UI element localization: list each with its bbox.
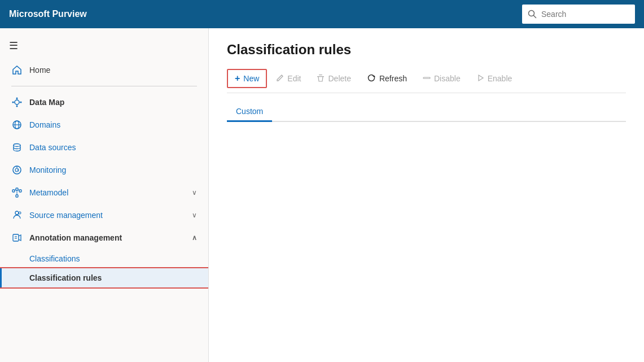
sidebar-item-metamodel-label: Metamodel [29, 188, 68, 197]
sidebar-item-home[interactable]: Home [0, 59, 208, 81]
main-layout: ☰ Home [0, 28, 644, 362]
disable-button[interactable]: Disable [416, 71, 467, 87]
edit-button[interactable]: Edit [269, 71, 308, 87]
enable-icon [476, 74, 484, 84]
refresh-icon [367, 73, 376, 84]
source-management-chevron-icon: ∨ [192, 211, 197, 219]
svg-marker-35 [479, 75, 483, 81]
annotation-management-icon [11, 232, 23, 243]
sidebar-item-source-management-label: Source management [29, 211, 103, 220]
home-icon [11, 64, 23, 76]
tabs: Custom [227, 102, 626, 122]
sidebar-item-metamodel[interactable]: Metamodel ∨ [0, 181, 208, 204]
metamodel-icon [11, 187, 23, 198]
svg-point-3 [16, 98, 18, 99]
edit-icon [276, 74, 284, 84]
data-map-icon [11, 97, 23, 108]
sidebar-item-domains-label: Domains [29, 120, 60, 129]
sidebar-item-classifications[interactable]: Classifications [0, 249, 208, 268]
toolbar: + New Edit [227, 69, 626, 93]
page-title: Classification rules [227, 42, 626, 58]
svg-rect-31 [317, 76, 324, 77]
svg-point-4 [16, 106, 18, 107]
search-icon [528, 10, 537, 19]
svg-point-14 [14, 144, 20, 147]
delete-icon [317, 74, 325, 84]
monitoring-icon [11, 164, 23, 176]
sidebar-item-annotation-management-label: Annotation management [29, 233, 122, 242]
sidebar-item-domains[interactable]: Domains [0, 114, 208, 136]
content-inner: Classification rules + New Edit [209, 28, 644, 362]
new-button[interactable]: + New [227, 69, 267, 88]
svg-rect-34 [423, 77, 430, 78]
sidebar-item-data-sources[interactable]: Data sources [0, 136, 208, 159]
data-sources-icon [11, 142, 23, 153]
app-title: Microsoft Purview [9, 9, 522, 19]
search-input[interactable] [541, 10, 629, 19]
svg-rect-22 [16, 195, 18, 197]
disable-icon [423, 74, 431, 84]
sidebar-item-data-map[interactable]: Data Map [0, 91, 208, 114]
svg-point-6 [20, 102, 22, 103]
svg-rect-32 [319, 75, 322, 75]
sidebar-item-monitoring[interactable]: Monitoring [0, 159, 208, 181]
sidebar-divider [11, 86, 197, 86]
sidebar-item-source-management[interactable]: Source management ∨ [0, 204, 208, 226]
svg-point-5 [12, 102, 14, 103]
sidebar-item-annotation-management[interactable]: Annotation management ∧ [0, 226, 208, 249]
annotation-management-chevron-icon: ∧ [192, 234, 197, 242]
search-box[interactable] [522, 5, 635, 24]
topbar: Microsoft Purview [0, 0, 644, 28]
hamburger-button[interactable]: ☰ [0, 33, 208, 59]
svg-point-26 [15, 211, 19, 215]
svg-rect-21 [19, 190, 21, 192]
sidebar-item-classification-rules-label: Classification rules [29, 273, 102, 282]
svg-rect-20 [16, 188, 18, 190]
metamodel-chevron-icon: ∨ [192, 189, 197, 197]
delete-button[interactable]: Delete [310, 71, 357, 87]
domains-icon [11, 119, 23, 130]
plus-icon: + [235, 73, 240, 84]
svg-line-1 [534, 16, 536, 18]
sidebar-item-classifications-label: Classifications [29, 254, 80, 263]
sidebar: ☰ Home [0, 28, 209, 362]
svg-rect-19 [12, 190, 15, 192]
svg-rect-28 [13, 234, 19, 241]
sidebar-item-data-sources-label: Data sources [29, 143, 76, 152]
sidebar-item-classification-rules[interactable]: Classification rules [0, 268, 208, 287]
sidebar-item-monitoring-label: Monitoring [29, 165, 66, 175]
svg-point-2 [15, 100, 19, 104]
enable-button[interactable]: Enable [470, 71, 519, 87]
sidebar-item-home-label: Home [29, 66, 50, 75]
refresh-button[interactable]: Refresh [360, 70, 414, 88]
tab-custom[interactable]: Custom [227, 102, 272, 122]
content-area: Classification rules + New Edit [209, 28, 644, 362]
source-management-icon [11, 210, 23, 221]
svg-marker-33 [373, 76, 375, 78]
sidebar-item-data-map-label: Data Map [29, 98, 64, 107]
